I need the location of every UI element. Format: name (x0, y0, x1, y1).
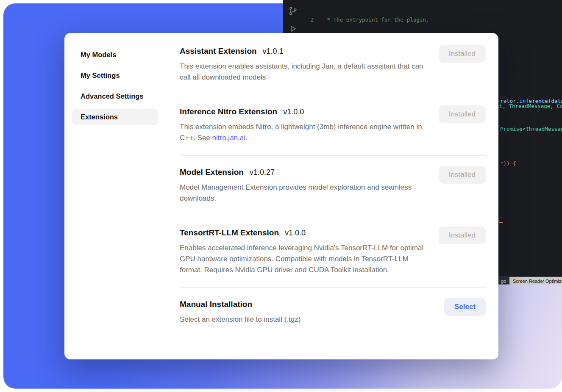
extension-name: Inference Nitro Extension (180, 107, 277, 116)
sidebar-item-my-models[interactable]: My Models (72, 47, 158, 63)
extension-description: This extension embeds Nitro, a lightweig… (180, 121, 428, 144)
installed-button-assistant[interactable]: Installed (439, 45, 486, 63)
extensions-panel: Assistant Extension v1.0.1 This extensio… (165, 33, 498, 359)
code-fragment: ")) { (500, 160, 516, 167)
sidebar-item-my-settings[interactable]: My Settings (72, 67, 158, 84)
extension-name: Model Extension (180, 168, 244, 177)
extension-row-model: Model Extension v1.0.27 Model Management… (180, 156, 486, 216)
status-bar-text: go (501, 278, 506, 284)
extension-description: Enables accelerated inference leveraging… (180, 243, 428, 276)
installed-button-tensorrt-llm[interactable]: Installed (439, 226, 486, 244)
description-text: . (245, 134, 248, 142)
extension-row-tensorrt-llm: TensortRT-LLM Extension v1.0.0 Enables a… (180, 216, 486, 288)
code-text: * The entrypoint for the plugin. (324, 16, 429, 23)
screen-reader-optimized-badge[interactable]: Screen Reader Optimize (509, 277, 562, 284)
code-fragment: Promise<ThreadMessage> (500, 125, 562, 133)
sidebar-item-extensions[interactable]: Extensions (72, 109, 158, 125)
manual-installation-heading: Manual Installation (180, 300, 486, 309)
extension-name: TensortRT-LLM Extension (180, 228, 279, 237)
installed-button-inference-nitro[interactable]: Installed (439, 105, 486, 123)
code-line: 2 * The entrypoint for the plugin. (303, 16, 562, 23)
manual-installation-title: Manual Installation (180, 300, 252, 309)
extension-version: v1.0.0 (285, 229, 306, 237)
extension-name: Assistant Extension (180, 47, 257, 56)
extension-row-inference-nitro: Inference Nitro Extension v1.0.0 This ex… (180, 95, 486, 156)
select-file-button[interactable]: Select (444, 298, 486, 316)
extension-version: v1.0.27 (250, 168, 275, 177)
run-debug-icon[interactable] (288, 24, 298, 34)
code-fragment: rator.inference(data)); (500, 97, 562, 105)
nitro-jan-ai-link[interactable]: nitro.jan.ai (212, 134, 245, 142)
installed-button-model[interactable]: Installed (439, 166, 486, 184)
line-number: 2 (303, 16, 314, 23)
sidebar-item-advanced-settings[interactable]: Advanced Settings (72, 88, 158, 105)
extension-description: This extension enables assistants, inclu… (180, 61, 428, 83)
extension-description: Model Management Extension provides mode… (180, 182, 428, 204)
manual-installation-row: Manual Installation Select an extension … (180, 288, 486, 337)
extension-version: v1.0.0 (283, 108, 304, 116)
settings-sidebar: My Models My Settings Advanced Settings … (64, 33, 165, 359)
extension-version: v1.0.1 (263, 47, 284, 56)
manual-installation-description: Select an extension file to install (.tg… (180, 314, 428, 325)
settings-modal: My Models My Settings Advanced Settings … (64, 33, 498, 359)
source-control-icon[interactable] (288, 6, 298, 16)
extension-row-assistant: Assistant Extension v1.0.1 This extensio… (180, 38, 486, 95)
